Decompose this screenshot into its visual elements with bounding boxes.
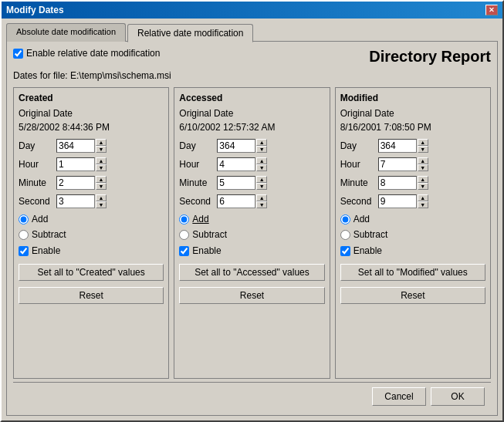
- created-hour-down[interactable]: ▼: [96, 164, 107, 171]
- accessed-second-down[interactable]: ▼: [256, 201, 267, 208]
- created-hour-spin: ▲ ▼: [96, 157, 107, 171]
- created-hour-input-wrap: ▲ ▼: [56, 157, 107, 171]
- modified-minute-row: Minute ▲ ▼: [340, 176, 485, 190]
- accessed-second-input-wrap: ▲ ▼: [217, 194, 267, 208]
- modified-set-btn[interactable]: Set all to "Modified" values: [340, 264, 485, 281]
- created-second-down[interactable]: ▼: [96, 201, 107, 208]
- created-minute-down[interactable]: ▼: [96, 183, 107, 190]
- accessed-second-label: Second: [179, 196, 214, 207]
- modified-add-radio[interactable]: [340, 214, 350, 225]
- enable-relative-row: Enable relative date modification: [13, 48, 160, 59]
- accessed-add-radio[interactable]: [179, 214, 189, 225]
- accessed-minute-input-wrap: ▲ ▼: [217, 176, 267, 190]
- accessed-day-down[interactable]: ▼: [256, 146, 267, 153]
- created-day-down[interactable]: ▼: [96, 146, 107, 153]
- created-hour-label: Hour: [19, 159, 53, 170]
- accessed-set-btn[interactable]: Set all to "Accessed" values: [179, 264, 324, 281]
- created-minute-input[interactable]: [56, 176, 95, 190]
- tab-relative[interactable]: Relative date modification: [127, 24, 253, 42]
- tab-absolute[interactable]: Absolute date modification: [6, 23, 126, 42]
- accessed-minute-down[interactable]: ▼: [256, 183, 267, 190]
- modified-enable-label: Enable: [353, 245, 382, 256]
- accessed-enable-checkbox[interactable]: [179, 246, 189, 256]
- created-minute-up[interactable]: ▲: [96, 176, 107, 183]
- accessed-subtract-radio[interactable]: [179, 230, 189, 240]
- created-hour-input[interactable]: [56, 157, 95, 171]
- modified-hour-row: Hour ▲ ▼: [340, 157, 485, 171]
- created-second-input[interactable]: [56, 194, 95, 208]
- created-add-radio[interactable]: [19, 214, 29, 225]
- modified-minute-down[interactable]: ▼: [418, 183, 428, 190]
- created-second-spin: ▲ ▼: [96, 194, 107, 208]
- created-day-up[interactable]: ▲: [96, 139, 107, 146]
- panel-modified: Modified Original Date 8/16/2001 7:08:50…: [335, 87, 491, 379]
- modified-day-down[interactable]: ▼: [418, 146, 428, 153]
- modified-hour-input[interactable]: [378, 157, 417, 171]
- window-title: Modify Dates: [6, 5, 64, 15]
- dir-report-title: Directory Report: [369, 48, 491, 66]
- enable-relative-checkbox[interactable]: [13, 49, 23, 59]
- accessed-day-up[interactable]: ▲: [256, 139, 267, 146]
- modified-minute-input-wrap: ▲ ▼: [378, 176, 428, 190]
- tab-content: Enable relative date modification Direct…: [6, 41, 498, 416]
- accessed-hour-up[interactable]: ▲: [256, 157, 267, 164]
- cancel-button[interactable]: Cancel: [372, 387, 426, 406]
- created-minute-row: Minute ▲ ▼: [19, 176, 164, 190]
- modified-title: Modified: [340, 93, 485, 103]
- accessed-reset-btn[interactable]: Reset: [179, 287, 324, 304]
- modified-day-input[interactable]: [378, 139, 417, 153]
- created-second-label: Second: [19, 196, 53, 207]
- panels-row: Created Original Date 5/28/2002 8:44:36 …: [13, 87, 491, 379]
- modified-subtract-radio[interactable]: [340, 230, 350, 240]
- created-hour-up[interactable]: ▲: [96, 157, 107, 164]
- modified-subtract-label: Subtract: [353, 229, 388, 240]
- accessed-hour-spin: ▲ ▼: [256, 157, 267, 171]
- created-second-row: Second ▲ ▼: [19, 194, 164, 208]
- modified-minute-input[interactable]: [378, 176, 417, 190]
- modified-second-input[interactable]: [378, 194, 417, 208]
- modified-second-down[interactable]: ▼: [418, 201, 428, 208]
- modified-minute-spin: ▲ ▼: [418, 176, 428, 190]
- accessed-minute-up[interactable]: ▲: [256, 176, 267, 183]
- ok-button[interactable]: OK: [431, 387, 485, 406]
- tabs: Absolute date modification Relative date…: [6, 23, 498, 42]
- created-reset-btn[interactable]: Reset: [19, 287, 164, 304]
- created-day-input[interactable]: [56, 139, 95, 153]
- accessed-hour-input[interactable]: [217, 157, 255, 171]
- modified-enable-checkbox[interactable]: [340, 246, 350, 256]
- accessed-second-row: Second ▲ ▼: [179, 194, 324, 208]
- accessed-day-input[interactable]: [217, 139, 255, 153]
- modified-hour-down[interactable]: ▼: [418, 164, 428, 171]
- modified-hour-up[interactable]: ▲: [418, 157, 428, 164]
- created-day-spin: ▲ ▼: [96, 139, 107, 153]
- modified-orig-value: 8/16/2001 7:08:50 PM: [340, 122, 485, 133]
- bottom-bar: Cancel OK: [13, 382, 491, 409]
- modified-minute-label: Minute: [340, 177, 375, 188]
- title-bar-buttons: ✕: [485, 5, 498, 15]
- modified-reset-btn[interactable]: Reset: [340, 287, 485, 304]
- created-enable-checkbox[interactable]: [19, 246, 29, 256]
- accessed-minute-row: Minute ▲ ▼: [179, 176, 324, 190]
- modified-second-spin: ▲ ▼: [418, 194, 428, 208]
- modified-orig-label: Original Date: [340, 108, 485, 119]
- created-set-btn[interactable]: Set all to "Created" values: [19, 264, 164, 281]
- modified-second-up[interactable]: ▲: [418, 194, 428, 201]
- panel-created: Created Original Date 5/28/2002 8:44:36 …: [13, 87, 169, 379]
- accessed-day-row: Day ▲ ▼: [179, 139, 324, 153]
- accessed-second-up[interactable]: ▲: [256, 194, 267, 201]
- accessed-second-spin: ▲ ▼: [256, 194, 267, 208]
- created-second-up[interactable]: ▲: [96, 194, 107, 201]
- accessed-day-input-wrap: ▲ ▼: [217, 139, 267, 153]
- modified-minute-up[interactable]: ▲: [418, 176, 428, 183]
- modified-day-up[interactable]: ▲: [418, 139, 428, 146]
- modify-dates-window: Modify Dates ✕ Absolute date modificatio…: [0, 0, 504, 422]
- accessed-second-input[interactable]: [217, 194, 255, 208]
- modified-add-label: Add: [353, 214, 370, 225]
- created-day-row: Day ▲ ▼: [19, 139, 164, 153]
- accessed-hour-down[interactable]: ▼: [256, 164, 267, 171]
- created-minute-input-wrap: ▲ ▼: [56, 176, 107, 190]
- created-subtract-radio[interactable]: [19, 230, 29, 240]
- close-button[interactable]: ✕: [485, 5, 498, 15]
- accessed-subtract-label: Subtract: [192, 229, 227, 240]
- accessed-minute-input[interactable]: [217, 176, 255, 190]
